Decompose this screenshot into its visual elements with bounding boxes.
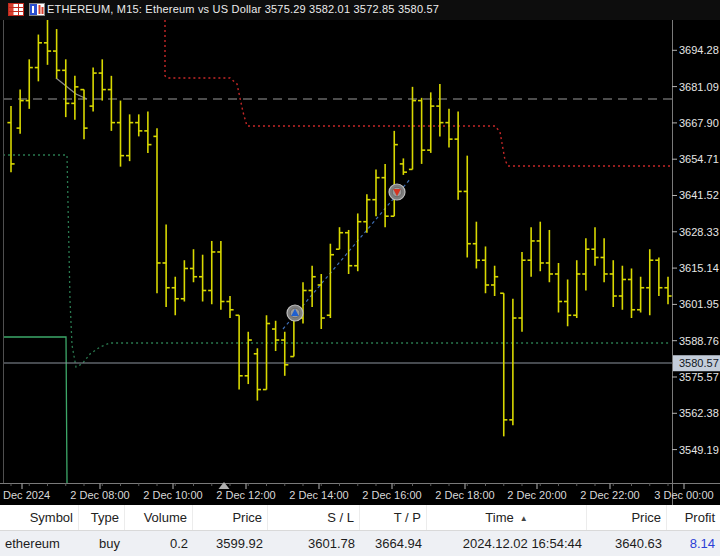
column-header-volume[interactable]: Volume xyxy=(125,505,193,530)
column-header-tp[interactable]: T / P xyxy=(360,505,427,530)
price-axis-label: 3667.90 xyxy=(679,117,719,129)
cell-type: buy xyxy=(79,531,125,556)
sort-ascending-icon: ▲ xyxy=(520,514,528,523)
trade-table-row[interactable]: ethereumbuy0.23599.923601.783664.942024.… xyxy=(0,531,720,556)
price-axis-label: 3681.09 xyxy=(679,81,719,93)
quotes-grid-icon xyxy=(8,3,24,16)
current-price-label: 3580.57 xyxy=(679,357,719,369)
mt5-chart-window: 3707.473694.283681.093667.903654.713641.… xyxy=(0,0,720,556)
time-axis-label: 2 Dec 20:00 xyxy=(507,489,566,501)
price-axis-label: 3549.19 xyxy=(679,444,719,456)
current-price-box: 3580.57 xyxy=(673,355,720,371)
chart-background xyxy=(0,0,720,505)
time-axis-label: 2 Dec 2024 xyxy=(0,489,50,501)
time-axis-label: 2 Dec 22:00 xyxy=(580,489,639,501)
price-axis-label: 3588.76 xyxy=(679,335,719,347)
price-axis-label: 3562.38 xyxy=(679,407,719,419)
price-axis-label: 3575.57 xyxy=(679,371,719,383)
time-axis-label: 3 Dec 00:00 xyxy=(654,489,713,501)
cell-profit: 8.14 xyxy=(667,531,720,556)
price-axis-label: 3641.52 xyxy=(679,189,719,201)
time-axis-label: 2 Dec 16:00 xyxy=(362,489,421,501)
cell-price-2: 3640.63 xyxy=(587,531,667,556)
chart-canvas[interactable]: 3707.473694.283681.093667.903654.713641.… xyxy=(0,0,720,505)
cell-sl: 3601.78 xyxy=(268,531,360,556)
trade-table: SymbolTypeVolumePriceS / LT / PTime▲Pric… xyxy=(0,505,720,556)
price-axis-label: 3654.71 xyxy=(679,153,719,165)
buy-entry-marker[interactable] xyxy=(287,305,303,321)
column-header-profit[interactable]: Profit xyxy=(667,505,720,530)
column-header-price[interactable]: Price xyxy=(193,505,268,530)
cell-time: 2024.12.02 16:54:44 xyxy=(427,531,587,556)
time-axis-label: 2 Dec 10:00 xyxy=(143,489,202,501)
price-axis-label: 3601.95 xyxy=(679,298,719,310)
column-header-symbol[interactable]: Symbol xyxy=(0,505,79,530)
cell-price: 3599.92 xyxy=(193,531,268,556)
cell-symbol: ethereum xyxy=(0,531,79,556)
price-axis-label: 3628.33 xyxy=(679,226,719,238)
column-header-type[interactable]: Type xyxy=(79,505,125,530)
bar-chart-icon xyxy=(29,3,45,16)
time-axis-label: 2 Dec 18:00 xyxy=(435,489,494,501)
price-axis-label: 3615.14 xyxy=(679,262,719,274)
chart-title: ETHEREUM, M15: Ethereum vs US Dollar 357… xyxy=(47,3,439,15)
time-axis-label: 2 Dec 12:00 xyxy=(216,489,275,501)
column-header-sl[interactable]: S / L xyxy=(268,505,360,530)
price-axis-label: 3694.28 xyxy=(679,44,719,56)
chart-titlebar: ETHEREUM, M15: Ethereum vs US Dollar 357… xyxy=(0,0,720,20)
trade-table-header: SymbolTypeVolumePriceS / LT / PTime▲Pric… xyxy=(0,505,720,531)
time-axis-label: 2 Dec 08:00 xyxy=(70,489,129,501)
column-header-time[interactable]: Time▲ xyxy=(427,505,587,530)
close-marker[interactable] xyxy=(389,184,405,200)
cell-tp: 3664.94 xyxy=(360,531,427,556)
column-header-price-2[interactable]: Price xyxy=(587,505,667,530)
time-axis-label: 2 Dec 14:00 xyxy=(289,489,348,501)
cell-volume: 0.2 xyxy=(125,531,193,556)
